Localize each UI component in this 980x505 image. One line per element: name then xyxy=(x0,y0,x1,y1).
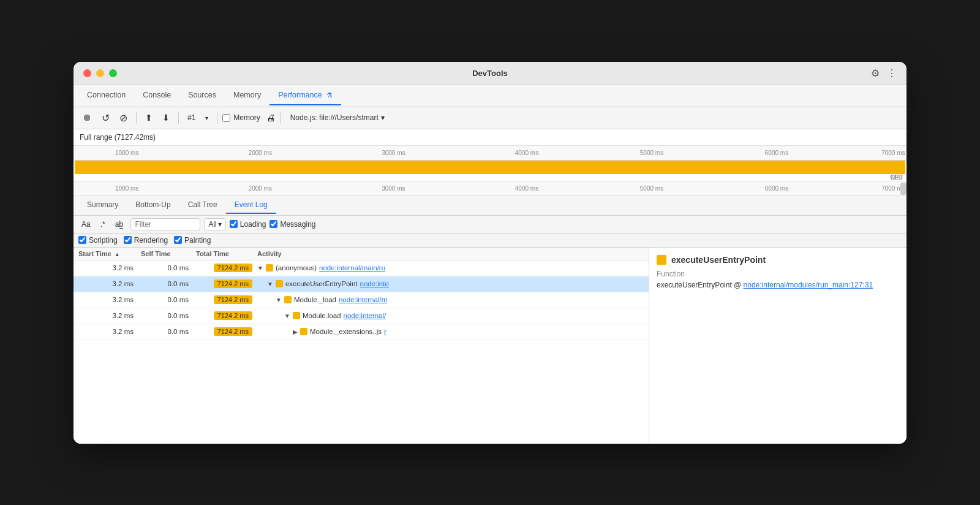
memory-checkbox-input[interactable] xyxy=(222,114,230,122)
painting-checkbox[interactable] xyxy=(174,236,182,244)
col-header-activity[interactable]: Activity xyxy=(257,250,649,257)
table-row[interactable]: 3.2 ms 0.0 ms 7124.2 ms ▼ (anonymous) no… xyxy=(74,260,649,276)
download-button[interactable]: ⬇ xyxy=(159,110,173,125)
expand-arrow-0[interactable]: ▼ xyxy=(257,265,263,271)
messaging-checkbox-label[interactable]: Messaging xyxy=(270,220,315,229)
table-row[interactable]: 3.2 ms 0.0 ms 7124.2 ms ▼ executeUserEnt… xyxy=(74,276,649,292)
cell-total-0: 7124.2 ms xyxy=(196,264,257,271)
cell-activity-2: ▼ Module._load node:internal/m xyxy=(257,296,649,303)
messaging-checkbox[interactable] xyxy=(270,220,277,228)
slot-label: #1 xyxy=(184,113,199,122)
expand-arrow-2[interactable]: ▼ xyxy=(276,297,282,303)
loading-checkbox-label[interactable]: Loading xyxy=(230,220,266,229)
activity-link-0[interactable]: node:internal/main/ru xyxy=(319,264,385,271)
full-range-label: Full range (7127.42ms) xyxy=(74,129,907,146)
total-badge-4: 7124.2 ms xyxy=(214,327,252,336)
tab-console[interactable]: Console xyxy=(134,86,179,105)
activity-link-2[interactable]: node:internal/m xyxy=(339,296,387,303)
activity-link-3[interactable]: node:internal/ xyxy=(344,312,386,319)
rendering-checkbox[interactable] xyxy=(124,236,132,244)
loading-checkbox[interactable] xyxy=(230,220,238,228)
sub-tab-bottom-up[interactable]: Bottom-Up xyxy=(127,197,179,214)
timeline-ruler-bottom[interactable]: 1000 ms 2000 ms 3000 ms 4000 ms 5000 ms … xyxy=(74,181,907,196)
tab-memory[interactable]: Memory xyxy=(225,86,270,105)
reload-button[interactable]: ↺ xyxy=(98,110,113,126)
cell-total-4: 7124.2 ms xyxy=(196,328,257,335)
more-options-icon[interactable]: ⋮ xyxy=(887,67,897,79)
cell-start-2: 3.2 ms xyxy=(74,296,141,303)
cell-activity-4: ▶ Module._extensions..js r xyxy=(257,328,649,335)
col-header-start-time[interactable]: Start Time ▲ xyxy=(74,250,141,257)
expand-arrow-1[interactable]: ▼ xyxy=(267,281,273,287)
tab-sources[interactable]: Sources xyxy=(179,86,225,105)
settings-icon[interactable]: ⚙ xyxy=(871,67,880,79)
record-button[interactable]: ⏺ xyxy=(78,110,96,126)
sub-tab-call-tree[interactable]: Call Tree xyxy=(179,197,226,214)
traffic-lights xyxy=(83,69,117,77)
node-selector-chevron: ▾ xyxy=(381,113,385,122)
func-icon-0 xyxy=(266,264,273,271)
maximize-button[interactable] xyxy=(109,69,117,77)
table-row[interactable]: 3.2 ms 0.0 ms 7124.2 ms ▼ Module._load n… xyxy=(74,292,649,308)
filter-input[interactable] xyxy=(135,220,196,229)
node-selector[interactable]: Node.js: file:///Users/stmart ▾ xyxy=(290,113,385,122)
detail-title: executeUserEntryPoint xyxy=(657,255,899,265)
tab-performance[interactable]: Performance ⚗ xyxy=(270,86,341,105)
ruler-mark-7000: 7000 ms xyxy=(881,150,905,156)
close-button[interactable] xyxy=(83,69,91,77)
total-badge-1: 7124.2 ms xyxy=(214,279,252,288)
clear-button[interactable]: ⊘ xyxy=(116,110,131,126)
upload-button[interactable]: ⬆ xyxy=(141,110,156,125)
activity-indent-4: ▶ Module._extensions..js r xyxy=(257,328,386,335)
ruler-mark-5000: 5000 ms xyxy=(640,150,663,156)
ruler-mark-4000: 4000 ms xyxy=(515,150,538,156)
filter-category-dropdown[interactable]: All ▾ xyxy=(204,218,225,230)
rendering-checkbox-label[interactable]: Rendering xyxy=(124,236,168,245)
activity-link-4[interactable]: r xyxy=(384,328,386,335)
cpu-bar-row: CPU xyxy=(74,161,907,174)
cpu-label: CPU xyxy=(890,174,903,181)
activity-link-1[interactable]: node:inte xyxy=(360,280,389,287)
cell-activity-3: ▼ Module.load node:internal/ xyxy=(257,312,649,319)
func-icon-3 xyxy=(293,312,300,319)
flask-icon: ⚗ xyxy=(326,91,333,99)
cell-total-1: 7124.2 ms xyxy=(196,280,257,287)
tab-connection[interactable]: Connection xyxy=(78,86,134,105)
cpu-bar xyxy=(75,161,905,174)
minimize-button[interactable] xyxy=(96,69,104,77)
memory-checkbox[interactable]: Memory xyxy=(222,113,260,122)
scrollbar-handle[interactable] xyxy=(900,183,907,195)
scripting-checkbox-label[interactable]: Scripting xyxy=(78,236,118,245)
expand-arrow-3[interactable]: ▼ xyxy=(284,313,290,319)
activity-indent-2: ▼ Module._load node:internal/m xyxy=(257,296,387,303)
event-log-panel[interactable]: Start Time ▲ Self Time Total Time Activi… xyxy=(74,248,649,444)
func-icon-1 xyxy=(276,280,283,287)
slot-dropdown-button[interactable]: ▾ xyxy=(202,112,212,124)
expand-arrow-4[interactable]: ▶ xyxy=(293,328,298,335)
toolbar-separator-2 xyxy=(178,112,179,124)
col-header-self-time[interactable]: Self Time xyxy=(141,250,196,257)
filter-case-sensitive-button[interactable]: Aa xyxy=(78,219,94,230)
column-headers: Start Time ▲ Self Time Total Time Activi… xyxy=(74,248,649,260)
table-row[interactable]: 3.2 ms 0.0 ms 7124.2 ms ▶ Module._extens… xyxy=(74,324,649,340)
table-row[interactable]: 3.2 ms 0.0 ms 7124.2 ms ▼ Module.load no… xyxy=(74,308,649,324)
sub-tab-summary[interactable]: Summary xyxy=(78,197,127,214)
net-bar-row: NET xyxy=(74,174,907,181)
sub-tabs: Summary Bottom-Up Call Tree Event Log xyxy=(74,196,907,216)
col-header-total-time[interactable]: Total Time xyxy=(196,250,257,257)
sub-tab-event-log[interactable]: Event Log xyxy=(226,197,276,214)
sort-arrow-icon: ▲ xyxy=(115,251,120,257)
rendering-label: Rendering xyxy=(134,236,168,245)
ruler-mark-6000: 6000 ms xyxy=(765,150,788,156)
filter-word-button[interactable]: ab̲ xyxy=(112,219,127,230)
cell-self-3: 0.0 ms xyxy=(141,312,196,319)
cell-start-0: 3.2 ms xyxy=(74,264,141,271)
filter-regex-button[interactable]: .* xyxy=(97,219,108,230)
toolbar-separator-1 xyxy=(136,112,137,124)
painting-checkbox-label[interactable]: Painting xyxy=(174,236,211,245)
detail-link[interactable]: node:internal/modules/run_main:127:31 xyxy=(744,281,873,289)
cell-self-0: 0.0 ms xyxy=(141,264,196,271)
scripting-checkbox[interactable] xyxy=(78,236,86,244)
func-icon-4 xyxy=(300,328,307,335)
activity-name-4: Module._extensions..js xyxy=(310,328,382,335)
